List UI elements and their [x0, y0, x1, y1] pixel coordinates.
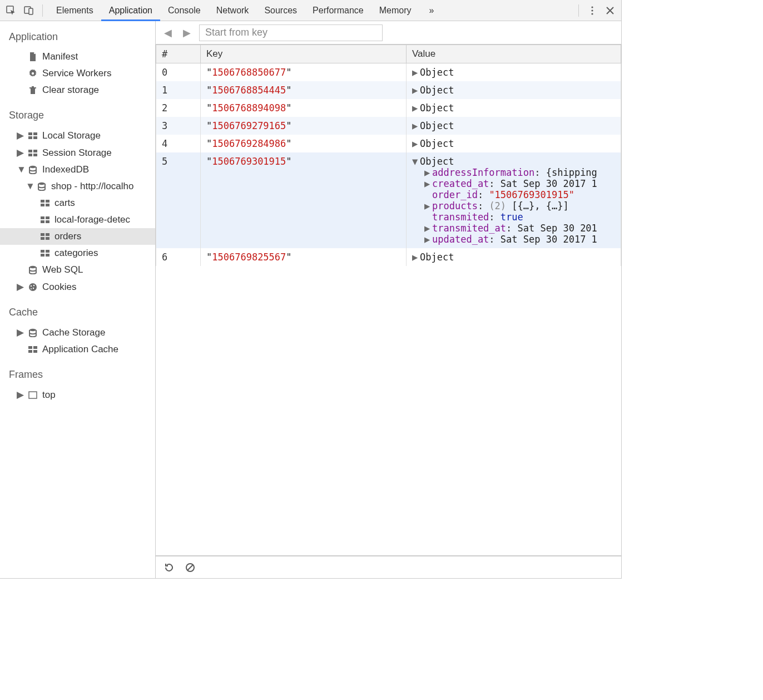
tab-sources[interactable]: Sources [256, 0, 305, 21]
object-property[interactable]: transmited: true [414, 211, 615, 223]
table-row[interactable]: 6"1506769825567"▶Object [156, 248, 621, 266]
content-statusbar [156, 556, 621, 578]
trash-icon [28, 85, 38, 95]
start-from-key-input[interactable] [199, 24, 383, 41]
sidebar-item-db-shop[interactable]: ▼ shop - http://localho [0, 178, 155, 195]
expand-icon[interactable]: ▶ [424, 200, 432, 211]
table-icon [40, 231, 50, 241]
kebab-menu-icon[interactable] [584, 3, 600, 18]
svg-point-37 [33, 284, 34, 285]
database-icon [28, 165, 38, 175]
nav-forward-icon[interactable]: ▶ [180, 27, 194, 39]
frame-icon [28, 390, 38, 400]
label: Web SQL [42, 264, 83, 275]
tab-memory[interactable]: Memory [371, 0, 419, 21]
tab-application[interactable]: Application [101, 0, 160, 21]
content-toolbar: ◀ ▶ [156, 21, 621, 45]
table-row[interactable]: 3"1506769279165"▶Object [156, 117, 621, 135]
expand-icon[interactable]: ▶ [424, 178, 432, 189]
refresh-icon[interactable] [164, 562, 175, 573]
label: orders [54, 231, 81, 242]
tabs-overflow[interactable]: » [421, 0, 442, 21]
tab-network[interactable]: Network [209, 0, 257, 21]
object-property[interactable]: ▶products: (2) [{…}, {…}] [414, 200, 615, 211]
object-property[interactable]: order_id: "1506769301915" [414, 189, 615, 200]
sidebar-item-store-categories[interactable]: categories [0, 245, 155, 262]
object-property[interactable]: ▶created_at: Sat Sep 30 2017 1 [414, 178, 615, 189]
sidebar-item-cookies[interactable]: ▶ Cookies [0, 278, 155, 295]
object-property[interactable]: ▶addressInformation: {shipping [414, 167, 615, 178]
expand-icon[interactable]: ▶ [424, 167, 432, 178]
inspect-icon[interactable] [3, 3, 19, 18]
table-row[interactable]: 4"1506769284986"▶Object [156, 135, 621, 152]
expand-icon[interactable]: ▶ [424, 234, 432, 245]
separator [578, 4, 579, 17]
expand-icon[interactable]: ▶ [412, 120, 420, 131]
col-header-value[interactable]: Value [407, 45, 621, 63]
sidebar-item-store-local-forage[interactable]: local-forage-detec [0, 211, 155, 228]
col-header-key[interactable]: Key [201, 45, 407, 63]
sidebar-item-store-orders[interactable]: orders [0, 228, 155, 245]
row-value[interactable]: ▶Object [407, 99, 621, 117]
row-value[interactable]: ▼Object▶addressInformation: {shipping▶cr… [407, 152, 621, 248]
tab-console[interactable]: Console [160, 0, 209, 21]
sidebar-item-store-carts[interactable]: carts [0, 195, 155, 211]
expand-icon[interactable]: ▶ [412, 102, 420, 114]
tab-performance[interactable]: Performance [305, 0, 371, 21]
row-value[interactable]: ▶Object [407, 81, 621, 99]
indexeddb-table-wrap[interactable]: # Key Value 0"1506768850677"▶Object1"150… [156, 45, 621, 556]
row-value[interactable]: ▶Object [407, 135, 621, 152]
device-toggle-icon[interactable] [21, 3, 37, 18]
table-row[interactable]: 0"1506768850677"▶Object [156, 63, 621, 82]
sidebar-item-indexeddb[interactable]: ▼ IndexedDB [0, 161, 155, 178]
svg-rect-13 [33, 150, 37, 152]
object-property[interactable]: ▶updated_at: Sat Sep 30 2017 1 [414, 234, 615, 245]
table-row[interactable]: 1"1506768854445"▶Object [156, 81, 621, 99]
svg-rect-22 [41, 216, 44, 219]
nav-back-icon[interactable]: ◀ [161, 27, 175, 39]
row-index: 1 [156, 81, 201, 99]
expand-icon[interactable]: ▶ [412, 138, 420, 149]
row-value[interactable]: ▶Object [407, 248, 621, 266]
sidebar-item-application-cache[interactable]: Application Cache [0, 341, 155, 358]
svg-rect-24 [41, 220, 44, 223]
sidebar-item-web-sql[interactable]: Web SQL [0, 262, 155, 278]
row-index: 4 [156, 135, 201, 152]
section-application: Application [0, 26, 155, 48]
sidebar-item-service-workers[interactable]: Service Workers [0, 65, 155, 82]
svg-rect-44 [33, 350, 37, 353]
table-row[interactable]: 2"1506768894098"▶Object [156, 99, 621, 117]
table-icon [28, 148, 38, 158]
sidebar-item-clear-storage[interactable]: Clear storage [0, 82, 155, 98]
sidebar-item-session-storage[interactable]: ▶ Session Storage [0, 144, 155, 161]
sidebar-item-manifest[interactable]: Manifest [0, 48, 155, 65]
row-value[interactable]: ▶Object [407, 63, 621, 82]
sidebar-item-local-storage[interactable]: ▶ Local Storage [0, 127, 155, 144]
sidebar-item-cache-storage[interactable]: ▶ Cache Storage [0, 324, 155, 341]
collapse-icon[interactable]: ▼ [26, 181, 32, 192]
expand-icon[interactable]: ▶ [17, 327, 23, 338]
collapse-icon[interactable]: ▼ [17, 164, 23, 175]
cookie-icon [28, 282, 38, 292]
expand-icon[interactable]: ▶ [412, 252, 420, 263]
expand-icon[interactable]: ▶ [17, 281, 23, 293]
expand-icon[interactable]: ▶ [424, 223, 432, 234]
label: Session Storage [42, 147, 112, 159]
expand-icon[interactable]: ▶ [17, 147, 23, 159]
row-value[interactable]: ▶Object [407, 117, 621, 135]
object-property[interactable]: ▶transmited_at: Sat Sep 30 201 [414, 223, 615, 234]
close-devtools-icon[interactable] [602, 3, 618, 18]
col-header-index[interactable]: # [156, 45, 201, 63]
expand-icon[interactable]: ▶ [412, 67, 420, 78]
label: local-forage-detec [54, 214, 130, 225]
expand-icon[interactable]: ▶ [412, 85, 420, 96]
table-row[interactable]: 5"1506769301915"▼Object▶addressInformati… [156, 152, 621, 248]
tab-elements[interactable]: Elements [48, 0, 101, 21]
expand-icon[interactable]: ▶ [17, 389, 23, 401]
sidebar-item-frame-top[interactable]: ▶ top [0, 386, 155, 403]
expand-icon[interactable]: ▶ [17, 130, 23, 141]
svg-point-34 [29, 266, 36, 268]
clear-icon[interactable] [185, 562, 196, 573]
svg-point-3 [591, 6, 593, 8]
collapse-icon[interactable]: ▼ [412, 156, 420, 167]
